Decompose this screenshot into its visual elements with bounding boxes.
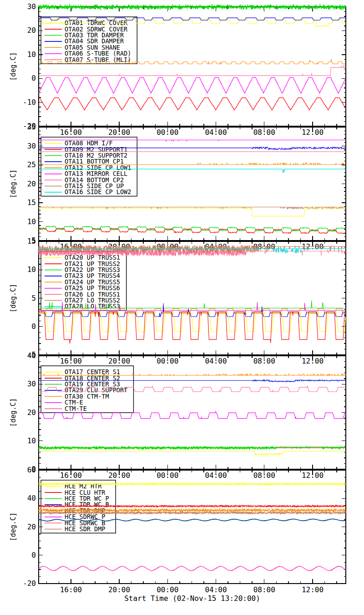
- legend-panel-4: OTA17 CENTER S1OTA18 CENTER S2OTA19 CENT…: [41, 366, 133, 413]
- series-ota02-sdrwc-cover: [39, 98, 346, 110]
- label: -10: [23, 98, 36, 107]
- label: 30: [27, 379, 36, 388]
- label: 10: [27, 217, 36, 226]
- label: 20: [27, 26, 36, 35]
- label: 20: [27, 523, 36, 531]
- series-ota08-hdm-i-f: [39, 208, 346, 216]
- series-ota07-s-tube-mli: [39, 65, 346, 76]
- legend-panel-3: OTA20 UP TRUSS1OTA21 UP TRUSS2OTA22 UP T…: [41, 251, 126, 311]
- label: 20: [27, 179, 36, 188]
- label: 30: [27, 2, 36, 11]
- label: 16:00: [60, 585, 82, 594]
- label: 08:00: [253, 585, 275, 594]
- label: 10: [27, 50, 36, 59]
- label: 60: [27, 466, 36, 474]
- label: [deg.C]: [9, 398, 17, 427]
- label: [deg.C]: [9, 52, 17, 81]
- label: HCE SDR DMP: [65, 525, 105, 533]
- label: 10: [27, 265, 36, 274]
- plot-canvas: -20-100102030[deg.C]16:0020:0000:0004:00…: [0, 0, 364, 615]
- legend-panel-1: OTA01 TDRWC COVEROTA02 SDRWC COVEROTA03 …: [41, 17, 137, 64]
- label: 0: [31, 74, 36, 82]
- label: 5: [31, 294, 36, 302]
- label: CTM-TE: [65, 405, 87, 412]
- series-hce-sdrwc-b: [39, 566, 346, 571]
- telemetry-figure: -20-100102030[deg.C]16:0020:0000:0004:00…: [0, 0, 364, 615]
- panel-2: 5101520253035[deg.C]16:0020:0000:0004:00…: [9, 123, 346, 251]
- label: 35: [27, 123, 36, 131]
- label: -20: [23, 579, 36, 588]
- series-ota06-s-tube-rad: [39, 77, 346, 93]
- label: [deg.C]: [9, 169, 17, 198]
- label: OTA16 SIDE CP LOW2: [65, 188, 131, 195]
- label: 12:00: [302, 585, 324, 594]
- label: 04:00: [205, 585, 227, 594]
- label: OTA28 LO TRUSS3: [65, 302, 120, 310]
- label: 0: [31, 551, 36, 559]
- label: 0: [31, 322, 36, 331]
- label: 10: [27, 436, 36, 445]
- label: 20: [27, 408, 36, 417]
- series-ota19-center-s3: [39, 446, 346, 450]
- label: 30: [27, 142, 36, 150]
- label: OTA07 S-TUBE (MLI): [65, 56, 131, 63]
- series-ota17-center-s1: [39, 451, 346, 455]
- legend-panel-2: OTA08 HDM I/FOTA09 M2 SUPPORT1OTA10 M2 S…: [41, 137, 137, 196]
- panel-4: 010203040[deg.C]16:0020:0000:0004:0008:0…: [9, 351, 346, 480]
- label: Start Time (02-Nov-15 13:20:00): [124, 594, 260, 603]
- label: 40: [27, 494, 36, 502]
- panel-5: -200204060[deg.C]16:0020:0000:0004:0008:…: [9, 466, 346, 594]
- label: 20:00: [108, 585, 130, 594]
- label: 40: [27, 351, 36, 360]
- label: [deg.C]: [9, 284, 17, 313]
- label: 15: [27, 237, 36, 246]
- panel-1: -20-100102030[deg.C]16:0020:0000:0004:00…: [9, 2, 346, 137]
- label: 00:00: [157, 585, 178, 594]
- panel-3: -5051015[deg.C]16:0020:0000:0004:0008:00…: [9, 237, 346, 365]
- label: 15: [27, 198, 36, 207]
- label: 25: [27, 160, 36, 169]
- label: [deg.C]: [9, 512, 17, 541]
